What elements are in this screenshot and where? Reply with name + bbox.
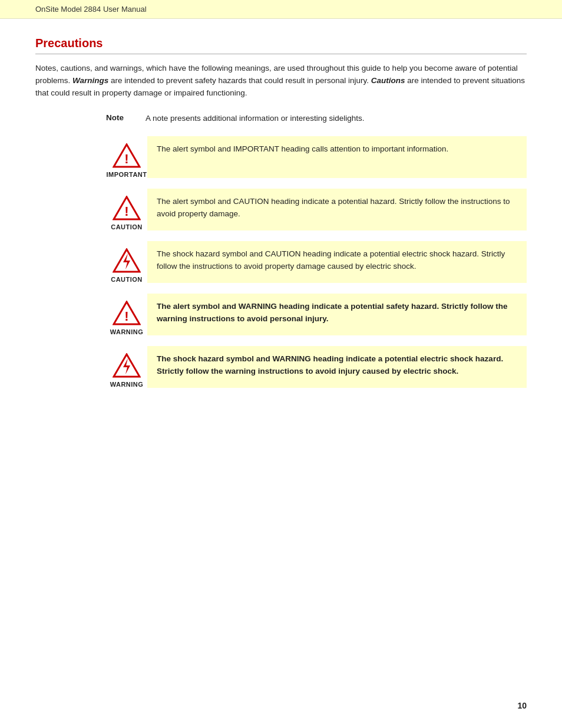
icon-label-caution2: CAUTION xyxy=(111,276,143,283)
notice-content-warning2: The shock hazard symbol and WARNING head… xyxy=(147,346,527,388)
notice-content-important: The alert symbol and IMPORTANT heading c… xyxy=(147,136,527,178)
icon-col-important: ! IMPORTANT xyxy=(106,136,147,178)
icon-col-warning-shock: WARNING xyxy=(106,346,147,388)
section-title: Precautions xyxy=(35,37,527,50)
notice-block-caution-shock: CAUTION The shock hazard symbol and CAUT… xyxy=(106,241,527,283)
section-divider xyxy=(35,54,527,54)
page-number: 10 xyxy=(517,701,527,710)
header-bar: OnSite Model 2884 User Manual xyxy=(0,0,562,19)
shock-icon-caution xyxy=(113,248,141,273)
note-row: Note A note presents additional informat… xyxy=(106,113,527,124)
page-content: Precautions Notes, cautions, and warning… xyxy=(0,19,562,434)
alert-icon-important: ! xyxy=(113,143,141,168)
header-title: OnSite Model 2884 User Manual xyxy=(35,5,147,14)
notice-content-warning1: The alert symbol and WARNING heading ind… xyxy=(147,294,527,335)
icon-label-warning2: WARNING xyxy=(110,381,144,388)
svg-text:!: ! xyxy=(124,204,128,219)
note-text: A note presents additional information o… xyxy=(146,113,364,124)
svg-text:!: ! xyxy=(124,309,128,324)
notice-block-warning-shock: WARNING The shock hazard symbol and WARN… xyxy=(106,346,527,388)
intro-text: Notes, cautions, and warnings, which hav… xyxy=(35,62,527,100)
notice-block-caution-alert: ! CAUTION The alert symbol and CAUTION h… xyxy=(106,189,527,230)
notice-content-caution1: The alert symbol and CAUTION heading ind… xyxy=(147,189,527,230)
icon-col-warning-alert: ! WARNING xyxy=(106,294,147,335)
alert-icon-caution: ! xyxy=(113,196,141,220)
icon-col-caution-alert: ! CAUTION xyxy=(106,189,147,230)
notice-block-important: ! IMPORTANT The alert symbol and IMPORTA… xyxy=(106,136,527,178)
note-label: Note xyxy=(106,113,138,122)
alert-icon-warning: ! xyxy=(113,301,141,325)
icon-label-important: IMPORTANT xyxy=(106,171,147,178)
notice-content-caution2: The shock hazard symbol and CAUTION head… xyxy=(147,241,527,283)
notice-block-warning-alert: ! WARNING The alert symbol and WARNING h… xyxy=(106,294,527,335)
shock-icon-warning xyxy=(113,353,141,378)
icon-label-caution1: CAUTION xyxy=(111,223,143,230)
svg-text:!: ! xyxy=(124,151,128,166)
icon-col-caution-shock: CAUTION xyxy=(106,241,147,283)
icon-label-warning1: WARNING xyxy=(110,328,144,335)
